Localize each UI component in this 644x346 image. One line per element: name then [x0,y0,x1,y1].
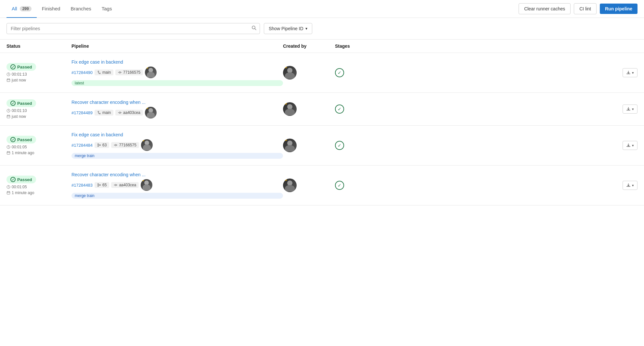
tab-finished-label: Finished [42,6,60,11]
nav-tabs: All 299 Finished Branches Tags [6,0,519,18]
download-icon [626,183,631,188]
tab-branches-label: Branches [71,6,91,11]
pipeline-id[interactable]: #17284484 [71,143,93,148]
header-status: Status [6,43,71,49]
commit-icon [114,143,118,147]
svg-point-19 [119,112,121,114]
created-by-cell [283,179,335,192]
action-cell: ▾ [612,181,638,190]
pipeline-id[interactable]: #17284483 [71,183,93,188]
passed-badge: ✓ Passed [6,176,36,183]
avatar [145,67,157,78]
download-button[interactable]: ▾ [623,141,638,150]
duration: 00:01:05 [6,185,71,189]
all-badge: 299 [20,6,32,11]
stages-cell: ✓ [335,141,400,150]
filter-bar: Show Pipeline ID ▾ [0,18,644,40]
pipeline-title[interactable]: Recover character encoding when ... [71,172,283,177]
clock-icon [6,72,10,76]
run-pipeline-button[interactable]: Run pipeline [600,4,638,14]
show-pipeline-id-button[interactable]: Show Pipeline ID ▾ [264,23,312,34]
avatar-large [283,66,297,80]
svg-point-30 [115,144,117,146]
header-created-by: Created by [283,43,335,49]
duration: 00:01:13 [6,72,71,77]
clear-runner-caches-button[interactable]: Clear runner caches [519,3,571,14]
download-button[interactable]: ▾ [623,68,638,77]
table-row: ✓ Passed 00:01:10 just now Recover chara… [0,93,644,126]
avatar-large [283,179,297,192]
created-by-cell [283,139,335,152]
search-icon [251,25,257,31]
chevron-down-icon: ▾ [632,107,634,111]
pipeline-title[interactable]: Fix edge case in backend [71,59,283,65]
header-stages: Stages [335,43,400,49]
pipeline-cell: Fix edge case in backend #17284490 main … [71,59,283,86]
tab-branches[interactable]: Branches [65,0,96,18]
svg-rect-3 [7,79,10,81]
created-by-cell [283,66,335,80]
passed-icon: ✓ [10,177,16,182]
tab-finished[interactable]: Finished [37,0,66,18]
mr-tag: 65 [95,182,109,188]
search-button[interactable] [251,25,257,32]
svg-rect-23 [7,152,10,154]
clock-icon [6,109,10,113]
calendar-icon [6,191,10,195]
table-row: ✓ Passed 00:01:05 1 minute ago Fix edge … [0,126,644,166]
download-icon [626,143,631,148]
stage-check[interactable]: ✓ [335,141,344,150]
branch-tag: main [95,69,113,75]
calendar-icon [6,78,10,82]
search-wrapper [6,23,260,34]
header-empty1 [400,43,612,49]
svg-rect-13 [7,115,10,118]
status-cell: ✓ Passed 00:01:05 1 minute ago [6,136,71,155]
stage-check[interactable]: ✓ [335,181,344,190]
nav-actions: Clear runner caches CI lint Run pipeline [519,3,638,14]
svg-line-1 [255,29,256,30]
commit-tag: aa403cea [111,182,139,188]
status-cell: ✓ Passed 00:01:13 just now [6,63,71,82]
commit-tag: 77166575 [115,69,143,75]
commit-icon [118,70,122,74]
status-cell: ✓ Passed 00:01:05 1 minute ago [6,176,71,195]
pipeline-title[interactable]: Fix edge case in backend [71,132,283,137]
stage-check[interactable]: ✓ [335,105,344,114]
chevron-down-icon: ▾ [632,143,634,148]
ci-lint-button[interactable]: CI lint [574,3,597,14]
chevron-down-icon: ▾ [305,26,307,31]
commit-icon [114,183,118,187]
tab-all[interactable]: All 299 [6,0,37,18]
passed-badge: ✓ Passed [6,99,36,107]
passed-icon: ✓ [10,137,16,142]
search-input[interactable] [6,23,260,34]
merge-request-icon [97,183,101,187]
passed-badge: ✓ Passed [6,63,36,71]
pipeline-id[interactable]: #17284489 [71,110,93,115]
pipeline-title[interactable]: Recover character encoding when ... [71,100,283,105]
passed-badge: ✓ Passed [6,136,36,143]
pipeline-list: ✓ Passed 00:01:13 just now Fix edge case… [0,53,644,205]
calendar-icon [6,151,10,155]
download-button[interactable]: ▾ [623,181,638,190]
mr-tag: 63 [95,142,109,148]
stage-check[interactable]: ✓ [335,68,344,77]
pipeline-cell: Recover character encoding when ... #172… [71,100,283,118]
time-ago: just now [6,114,71,119]
created-by-cell [283,102,335,116]
commit-tag: aa403cea [115,110,143,116]
svg-point-9 [119,72,121,73]
tab-tags[interactable]: Tags [97,0,117,18]
chevron-down-icon: ▾ [632,183,634,188]
commit-icon [118,111,122,115]
pipeline-meta: #17284490 main 77166575 [71,67,283,78]
download-button[interactable]: ▾ [623,105,638,114]
action-cell: ▾ [612,141,638,150]
action-cell: ▾ [612,105,638,114]
latest-badge: latest [71,80,283,86]
branch-icon [97,111,101,115]
merge-request-icon [97,143,101,147]
pipeline-id[interactable]: #17284490 [71,70,93,75]
tab-tags-label: Tags [102,6,112,11]
